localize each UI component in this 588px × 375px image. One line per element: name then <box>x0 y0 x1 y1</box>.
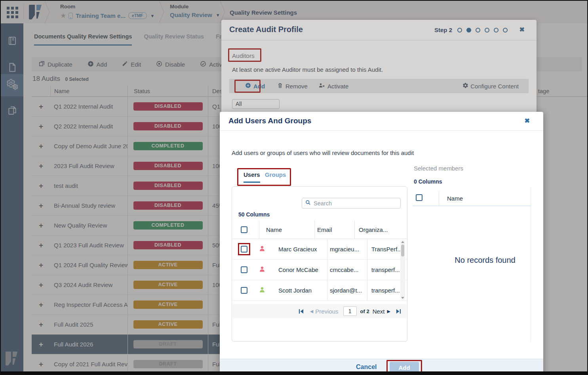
scroll-down-icon[interactable] <box>401 297 404 299</box>
selected-members-label: Selected members <box>414 165 463 172</box>
next-page-button[interactable]: Next ▶ <box>373 308 390 315</box>
no-records-message: No records found <box>426 256 544 265</box>
tab-users[interactable]: Users <box>244 171 260 183</box>
column-header-email[interactable]: Email <box>314 221 354 239</box>
first-page-icon[interactable] <box>299 309 304 314</box>
last-page-icon[interactable] <box>396 309 401 314</box>
scrollbar-thumb[interactable] <box>401 245 404 256</box>
selected-column-header-name[interactable]: Name <box>439 191 531 206</box>
user-person-icon <box>259 287 265 293</box>
user-name: Conor McCabe <box>272 266 327 273</box>
selected-select-all-checkbox[interactable] <box>416 194 422 201</box>
application-window: Room ★ Training Team e... eTMF ▼ Module … <box>0 0 588 375</box>
user-checkbox[interactable] <box>241 246 247 253</box>
users-list-panel: 50 Columns Name Email Organiza... Marc G… <box>232 186 407 342</box>
user-checkbox[interactable] <box>241 287 247 294</box>
previous-arrow-icon: ◀ <box>310 309 313 314</box>
next-arrow-icon: ▶ <box>387 309 390 314</box>
users-modal-title: Add Users And Groups <box>228 117 311 125</box>
user-email: mgracieu... <box>327 239 367 259</box>
select-all-checkbox[interactable] <box>241 226 247 233</box>
users-modal-intro: Add users or groups of users who will re… <box>232 149 414 156</box>
search-input[interactable] <box>314 200 397 207</box>
user-checkbox[interactable] <box>241 266 247 273</box>
page-number-input[interactable] <box>343 306 357 316</box>
column-header-name[interactable]: Name <box>259 221 314 239</box>
column-header-organization[interactable]: Organiza... <box>354 221 394 239</box>
user-row[interactable]: Conor McCabe cmccabe... transperf... <box>232 260 407 280</box>
user-row[interactable]: Scott Jordan sjordan@t... transperf... <box>232 280 407 301</box>
page-total-label: of 2 <box>360 308 369 314</box>
cancel-button[interactable]: Cancel <box>356 364 377 371</box>
previous-page-button[interactable]: ◀ Previous <box>310 308 339 315</box>
add-users-and-groups-modal: Add Users And Groups ✖ Add users or grou… <box>220 112 543 375</box>
tab-groups[interactable]: Groups <box>265 171 286 178</box>
selected-columns-label: 0 Columns <box>414 178 442 185</box>
pagination-bar: ◀ Previous of 2 Next ▶ <box>232 304 407 318</box>
user-person-icon <box>259 245 265 252</box>
user-person-icon <box>259 266 265 272</box>
users-modal-header: Add Users And Groups ✖ <box>220 112 543 131</box>
search-icon <box>305 200 311 207</box>
search-box <box>302 198 401 209</box>
users-table-scrollbar[interactable] <box>400 240 405 300</box>
scroll-up-icon[interactable] <box>401 241 404 243</box>
user-row[interactable]: Marc Gracieux mgracieu... TransPerf... <box>232 239 407 260</box>
user-name: Scott Jordan <box>272 287 327 294</box>
columns-count-label: 50 Columns <box>238 211 270 218</box>
users-table-header: Name Email Organiza... <box>232 221 407 239</box>
user-email: cmccabe... <box>327 260 367 280</box>
users-table-body: Marc Gracieux mgracieu... TransPerf... C… <box>232 239 407 301</box>
window-bottom-edge <box>1 371 587 374</box>
close-icon[interactable]: ✖ <box>525 117 530 124</box>
user-email: sjordan@t... <box>327 280 367 300</box>
user-name: Marc Gracieux <box>272 246 327 253</box>
selected-members-header: Name <box>413 191 531 206</box>
